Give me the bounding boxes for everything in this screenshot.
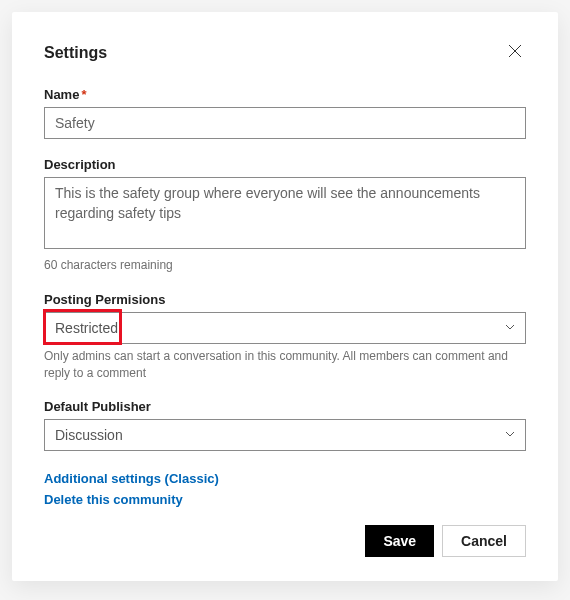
posting-field-group: Posting Permisions Restricted Only admin… — [44, 292, 526, 382]
save-button[interactable]: Save — [365, 525, 434, 557]
posting-select-value: Restricted — [55, 320, 118, 336]
publisher-field-group: Default Publisher Discussion — [44, 399, 526, 451]
required-mark: * — [81, 87, 86, 102]
description-field-group: Description 60 characters remaining — [44, 157, 526, 274]
settings-dialog: Settings Name* Description 60 characters… — [12, 12, 558, 581]
posting-label: Posting Permisions — [44, 292, 526, 307]
name-input[interactable] — [44, 107, 526, 139]
publisher-select-wrap: Discussion — [44, 419, 526, 451]
publisher-label: Default Publisher — [44, 399, 526, 414]
dialog-header: Settings — [44, 40, 526, 65]
dialog-footer: Save Cancel — [44, 525, 526, 557]
description-helper: 60 characters remaining — [44, 257, 526, 274]
additional-settings-link[interactable]: Additional settings (Classic) — [44, 469, 526, 490]
name-label-text: Name — [44, 87, 79, 102]
posting-select[interactable]: Restricted — [44, 312, 526, 344]
posting-helper: Only admins can start a conversation in … — [44, 348, 526, 382]
cancel-button[interactable]: Cancel — [442, 525, 526, 557]
name-field-group: Name* — [44, 87, 526, 139]
close-button[interactable] — [504, 40, 526, 65]
description-input[interactable] — [44, 177, 526, 249]
close-icon — [508, 44, 522, 61]
publisher-select[interactable]: Discussion — [44, 419, 526, 451]
description-label: Description — [44, 157, 526, 172]
posting-select-wrap: Restricted — [44, 312, 526, 344]
name-label: Name* — [44, 87, 526, 102]
delete-community-link[interactable]: Delete this community — [44, 490, 526, 511]
links-row: Additional settings (Classic) Delete thi… — [44, 469, 526, 511]
dialog-title: Settings — [44, 44, 107, 62]
publisher-select-value: Discussion — [55, 427, 123, 443]
